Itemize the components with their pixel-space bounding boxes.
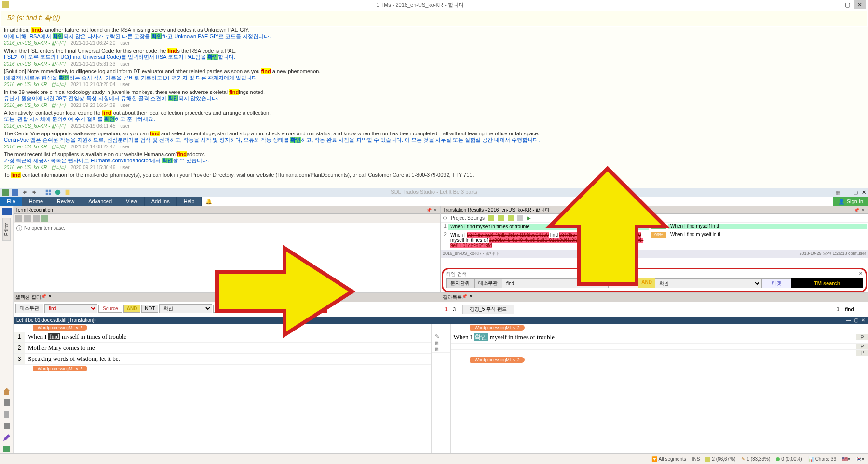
segment-target[interactable] bbox=[451, 351, 857, 354]
notification-icon[interactable]: 🔔 bbox=[202, 197, 216, 206]
close-button[interactable]: ✕ bbox=[854, 0, 866, 9]
info-icon: i bbox=[16, 225, 22, 231]
edit-icon: ✎ bbox=[432, 333, 443, 340]
ref-button[interactable]: 경영_5 주식 펀드 bbox=[462, 305, 514, 314]
maximize-button[interactable]: ▢ bbox=[841, 0, 854, 9]
filter-status[interactable]: 🔽All segments bbox=[651, 456, 686, 462]
project-settings-link[interactable]: Project Settings bbox=[451, 215, 485, 221]
editor-vtab[interactable]: Editor bbox=[2, 218, 11, 241]
pin-icon[interactable]: 📌 bbox=[462, 294, 467, 301]
window-title: 1 TMs - 2016_en-US_ko-KR - 합니다 bbox=[12, 1, 828, 9]
tr-tool-icon[interactable]: ▦ bbox=[835, 189, 840, 196]
document-tab[interactable]: Let it be 01.docx.sdlxliff [Translation]… bbox=[16, 318, 96, 323]
svg-rect-1 bbox=[12, 189, 18, 196]
view-tab[interactable]: View bbox=[119, 197, 145, 206]
report-icon[interactable] bbox=[2, 422, 11, 430]
close-icon[interactable]: ✕ bbox=[859, 271, 863, 278]
app-title: SDL Trados Studio - Let It Be 3 parts bbox=[391, 189, 477, 195]
tab-min-icon[interactable]: — bbox=[846, 318, 851, 323]
ins-status: INS bbox=[692, 456, 700, 462]
status-dot bbox=[705, 457, 710, 462]
trans-panel-title: Translation Results - 2016_en-US_ko-KR -… bbox=[443, 207, 550, 213]
svg-rect-5 bbox=[49, 193, 51, 195]
redo-icon[interactable] bbox=[31, 189, 38, 196]
marker-icon[interactable] bbox=[2, 208, 12, 215]
tool-icon[interactable] bbox=[2, 189, 9, 196]
segment-source[interactable]: Mother Mary comes to me bbox=[25, 343, 431, 353]
svg-rect-0 bbox=[2, 189, 9, 196]
left-sidebar: Editor bbox=[0, 206, 14, 453]
tb-icon[interactable] bbox=[517, 215, 523, 221]
tb-icon[interactable] bbox=[488, 215, 494, 221]
tb-icon[interactable] bbox=[15, 215, 22, 222]
signin-button[interactable]: 👤Sign In bbox=[833, 197, 868, 206]
grid-icon[interactable] bbox=[45, 189, 52, 196]
case-button[interactable]: 대소무관 bbox=[15, 304, 43, 313]
next-icon[interactable]: ▶ bbox=[527, 215, 531, 221]
source-button[interactable]: Source bbox=[98, 305, 122, 313]
clipboard-icon[interactable] bbox=[2, 398, 11, 407]
tm-titlebar: 1 TMs - 2016_en-US_ko-KR - 합니다 — ▢ ✕ bbox=[0, 0, 868, 10]
and-label: AND bbox=[123, 305, 141, 313]
save-icon[interactable] bbox=[12, 189, 18, 196]
no-termbase-msg: No open termbase. bbox=[24, 225, 65, 231]
svg-rect-11 bbox=[3, 446, 10, 452]
file-tab[interactable]: File bbox=[0, 197, 22, 206]
undo-icon[interactable] bbox=[21, 189, 28, 196]
review-tab[interactable]: Review bbox=[50, 197, 81, 206]
tb-icon[interactable] bbox=[508, 215, 514, 221]
word-unit-button[interactable]: 문자단위 bbox=[446, 278, 474, 288]
tab-max-icon[interactable]: ▢ bbox=[854, 318, 858, 323]
advanced-tab[interactable]: Advanced bbox=[81, 197, 119, 206]
minimize-button[interactable]: — bbox=[828, 0, 841, 9]
target-button[interactable]: 타겟 bbox=[761, 278, 791, 288]
svg-point-6 bbox=[55, 190, 61, 195]
target-search-input[interactable]: 확인 bbox=[655, 278, 761, 288]
tm-search-button[interactable]: TM search bbox=[791, 278, 863, 288]
tb-icon[interactable] bbox=[33, 215, 40, 222]
tab-close-icon[interactable]: ✕ bbox=[861, 318, 865, 323]
svg-rect-16 bbox=[488, 215, 494, 221]
tr-minimize-button[interactable]: — bbox=[844, 189, 849, 196]
doc-icon[interactable] bbox=[64, 189, 71, 196]
close-icon[interactable]: ✕ bbox=[433, 207, 438, 213]
pin-icon[interactable]: 📌 bbox=[426, 207, 432, 213]
src-flag[interactable]: 🇺🇸▾ bbox=[842, 456, 850, 462]
svg-rect-10 bbox=[4, 423, 10, 429]
close-icon[interactable]: ✕ bbox=[48, 294, 52, 301]
close-icon[interactable]: ✕ bbox=[860, 207, 866, 213]
tb-icon[interactable] bbox=[498, 215, 504, 221]
pin-icon[interactable]: 📌 bbox=[41, 294, 46, 301]
segment-target[interactable] bbox=[451, 345, 857, 348]
table-icon[interactable] bbox=[2, 445, 11, 453]
annotation-arrow-up bbox=[545, 164, 670, 289]
svg-rect-17 bbox=[498, 215, 504, 221]
settings-icon[interactable]: ⚙ bbox=[443, 215, 447, 221]
tgt-flag[interactable]: 🇰🇷▾ bbox=[856, 456, 864, 462]
filter-source-input[interactable]: find bbox=[44, 304, 97, 313]
segment-target[interactable]: When I 확인 myself in times of trouble bbox=[451, 331, 857, 343]
file-icon[interactable] bbox=[2, 410, 11, 419]
svg-rect-8 bbox=[4, 399, 10, 406]
tb-icon[interactable] bbox=[24, 215, 31, 222]
tr-close-button[interactable]: ✕ bbox=[862, 189, 866, 196]
help-tab[interactable]: Help bbox=[177, 197, 202, 206]
doc-icon: 🗎 bbox=[432, 346, 443, 352]
home-icon[interactable] bbox=[2, 387, 11, 396]
pin-icon[interactable]: 📌 bbox=[854, 207, 859, 213]
circle-icon[interactable] bbox=[54, 189, 61, 196]
wp-tag: WordprocessingML v. 2 bbox=[470, 325, 525, 331]
tr-maximize-button[interactable]: ▢ bbox=[853, 189, 858, 196]
doc-icon: 🗎 bbox=[432, 340, 443, 346]
addins-tab[interactable]: Add-Ins bbox=[145, 197, 177, 206]
pencil-icon[interactable] bbox=[2, 433, 11, 442]
close-icon[interactable]: ✕ bbox=[469, 294, 473, 301]
home-tab[interactable]: Home bbox=[22, 197, 50, 206]
svg-rect-4 bbox=[46, 193, 48, 195]
not-button[interactable]: NOT bbox=[141, 305, 158, 313]
case-button[interactable]: 대소무관 bbox=[474, 278, 502, 288]
tb-icon[interactable] bbox=[41, 215, 48, 222]
segment-source[interactable]: Speaking words of wisdom, let it be. bbox=[25, 354, 431, 364]
svg-rect-2 bbox=[46, 190, 48, 192]
filter-target-input[interactable]: 확인 bbox=[159, 304, 212, 313]
